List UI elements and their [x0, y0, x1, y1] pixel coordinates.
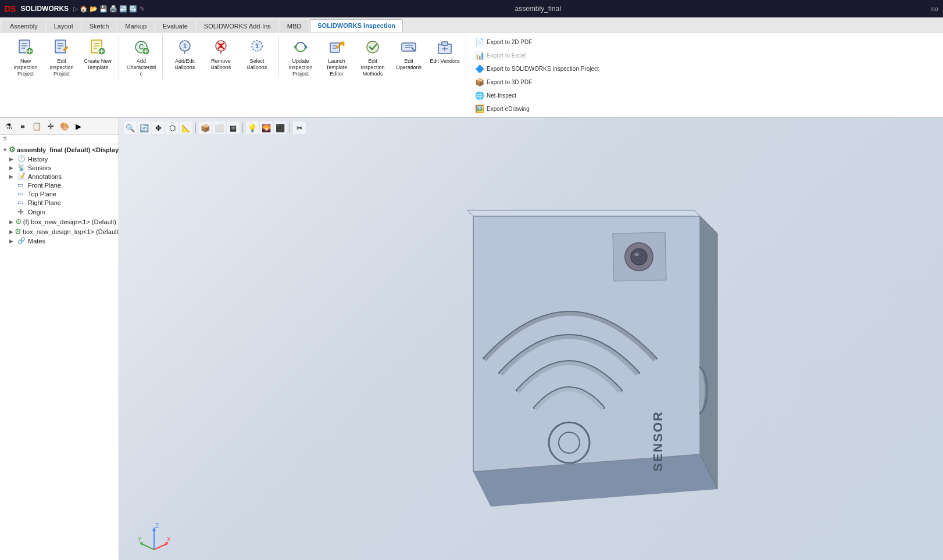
view-render-btn[interactable]: ▦ — [227, 121, 240, 134]
view-lights-btn[interactable]: 💡 — [246, 121, 259, 134]
edit-operations-label: Edit Operations — [394, 58, 424, 71]
feature-tree: ▼ ⚙ assembly_final (Default) <Display St… — [0, 143, 119, 560]
tab-mbd[interactable]: MBD — [280, 20, 309, 32]
export-3dpdf-button[interactable]: 📦 Export to 3D PDF — [471, 76, 603, 88]
viewport[interactable]: 🔍 🔄 ✥ ⬡ 📐 📦 ⬜ ▦ 💡 🌄 ⬛ ✂ — [119, 118, 943, 560]
box-design-icon: ⚙ — [15, 217, 22, 226]
arrow-right-icon[interactable]: ▶ — [72, 120, 85, 132]
history-arrow: ▶ — [9, 156, 16, 162]
edit-inspection-methods-icon — [363, 38, 382, 56]
tree-origin[interactable]: ▶ ✚ Origin — [0, 207, 119, 217]
remove-balloons-icon: 1 — [212, 38, 230, 56]
tree-root[interactable]: ▼ ⚙ assembly_final (Default) <Display St… — [0, 145, 119, 155]
view-section-btn[interactable]: ✂ — [293, 121, 306, 134]
add-edit-balloons-button[interactable]: 1 Add/Edit Balloons — [167, 35, 202, 78]
svg-line-64 — [141, 544, 154, 550]
launch-template-button[interactable]: Launch Template Editor — [319, 35, 354, 80]
add-edit-balloons-label: Add/Edit Balloons — [170, 58, 200, 71]
select-balloons-label: Select Balloons — [242, 58, 272, 71]
tab-addins[interactable]: SOLIDWORKS Add-Ins — [197, 20, 278, 32]
crosshair-icon[interactable]: ✛ — [44, 120, 57, 132]
new-inspection-button[interactable]: New Inspection Project — [8, 35, 43, 80]
tab-markup[interactable]: Markup — [117, 20, 154, 32]
update-inspection-button[interactable]: Update Inspection Project — [283, 35, 318, 80]
add-characteristic-button[interactable]: C Add Characteristic — [124, 35, 159, 80]
origin-icon: ✚ — [17, 207, 27, 216]
edit-operations-icon — [399, 38, 418, 56]
export-3dpdf-label: Export to 3D PDF — [487, 79, 532, 85]
net-inspect-button[interactable]: 🌐 Net-Inspect — [471, 89, 603, 102]
tree-sensors[interactable]: ▶ 📡 Sensors — [0, 163, 119, 172]
edit-operations-button[interactable]: Edit Operations — [391, 35, 426, 78]
toolbar-icons: ▷ 🏠 📂 💾 🖨️ ↩️ ↪️ ✎ — [73, 5, 144, 13]
view-rotate-btn[interactable]: 🔄 — [138, 121, 151, 134]
export-2dpdf-label: Export to 2D PDF — [487, 39, 532, 45]
edit-inspection-button[interactable]: Edit Inspection Project — [44, 35, 79, 80]
tab-evaluate[interactable]: Evaluate — [155, 20, 195, 32]
tree-history[interactable]: ▶ 🕐 History — [0, 155, 119, 163]
update-inspection-icon — [291, 38, 310, 56]
export-excel-button[interactable]: 📊 Export to Excel — [471, 49, 603, 62]
mates-name: Mates — [28, 238, 45, 245]
svg-text:SENSOR: SENSOR — [651, 411, 665, 472]
export-sw-project-button[interactable]: 🔷 Export to SOLIDWORKS Inspection Projec… — [471, 63, 603, 75]
export-2dpdf-icon: 📄 — [475, 38, 484, 46]
tab-layout[interactable]: Layout — [47, 20, 81, 32]
view-3d-btn[interactable]: 📐 — [180, 121, 192, 134]
export-sw-icon: 🔷 — [475, 64, 484, 73]
edit-inspection-methods-button[interactable]: Edit Inspection Methods — [355, 35, 390, 80]
view-display2-btn[interactable]: ⬜ — [213, 121, 226, 134]
svg-text:Y: Y — [138, 536, 142, 543]
tree-top-plane[interactable]: ▶ ▭ Top Plane — [0, 189, 119, 198]
svg-marker-50 — [467, 210, 700, 216]
edit-vendors-button[interactable]: Edit Vendors — [427, 35, 462, 78]
no-label: no — [931, 5, 938, 12]
annotations-name: Annotations — [28, 173, 62, 180]
solidworks-logo: DS — [5, 4, 16, 13]
tab-assembly[interactable]: Assembly — [2, 20, 45, 32]
model-3d: SENSOR — [421, 158, 723, 536]
components-icon[interactable]: 📋 — [30, 120, 43, 132]
net-inspect-label: Net-Inspect — [487, 92, 516, 99]
tree-box-design-top[interactable]: ▶ ⚙ box_new_design_top<1> (Default... — [0, 227, 119, 236]
tree-annotations[interactable]: ▶ 📝 Annotations — [0, 172, 119, 181]
tab-inspection[interactable]: SOLIDWORKS Inspection — [310, 19, 403, 32]
front-plane-icon: ▭ — [17, 181, 27, 189]
svg-rect-44 — [442, 42, 448, 45]
view-icon[interactable]: ≡ — [16, 120, 29, 132]
export-edrawing-label: Export eDrawing — [487, 106, 530, 112]
svg-text:1: 1 — [255, 42, 259, 49]
view-pan-btn[interactable]: ✥ — [152, 121, 165, 134]
tab-sketch[interactable]: Sketch — [82, 20, 117, 32]
svg-point-54 — [634, 253, 639, 256]
create-template-button[interactable]: Create New Template — [80, 35, 115, 78]
new-inspection-icon — [16, 38, 35, 56]
edit-vendors-label: Edit Vendors — [430, 58, 459, 64]
view-display-btn[interactable]: 📦 — [199, 121, 212, 134]
view-scene-btn[interactable]: 🌄 — [260, 121, 273, 134]
root-arrow: ▼ — [2, 147, 8, 153]
select-balloons-icon: 1 — [248, 38, 266, 56]
filter-icon[interactable]: ⚗ — [2, 120, 15, 132]
tree-front-plane[interactable]: ▶ ▭ Front Plane — [0, 181, 119, 189]
export-2dpdf-button[interactable]: 📄 Export to 2D PDF — [471, 36, 603, 48]
tree-right-plane[interactable]: ▶ ▭ Right Plane — [0, 198, 119, 207]
select-balloons-button[interactable]: 1 Select Balloons — [240, 35, 274, 78]
ribbon-group-balloons: 1 Add/Edit Balloons 1 Remove Ball — [164, 35, 278, 78]
add-edit-balloons-icon: 1 — [176, 38, 194, 56]
color-icon[interactable]: 🎨 — [58, 120, 71, 132]
view-bg-btn[interactable]: ⬛ — [274, 121, 287, 134]
view-fit-btn[interactable]: ⬡ — [166, 121, 178, 134]
sensors-arrow: ▶ — [9, 165, 16, 171]
export-edrawing-button[interactable]: 🖼️ Export eDrawing — [471, 103, 603, 115]
remove-balloons-button[interactable]: 1 Remove Balloons — [203, 35, 238, 78]
tree-mates[interactable]: ▶ 🔗 Mates — [0, 236, 119, 245]
svg-marker-48 — [700, 216, 717, 489]
view-zoom-btn[interactable]: 🔍 — [124, 121, 137, 134]
main-area: ⚗ ≡ 📋 ✛ 🎨 ▶ ⚗ ▼ ⚙ assembly_final (Defaul… — [0, 118, 943, 560]
history-icon: 🕐 — [17, 155, 27, 163]
tree-box-design[interactable]: ▶ ⚙ (f) box_new_design<1> (Default) — [0, 217, 119, 227]
origin-name: Origin — [28, 209, 45, 216]
right-plane-icon: ▭ — [17, 199, 27, 206]
front-plane-name: Front Plane — [28, 182, 61, 189]
